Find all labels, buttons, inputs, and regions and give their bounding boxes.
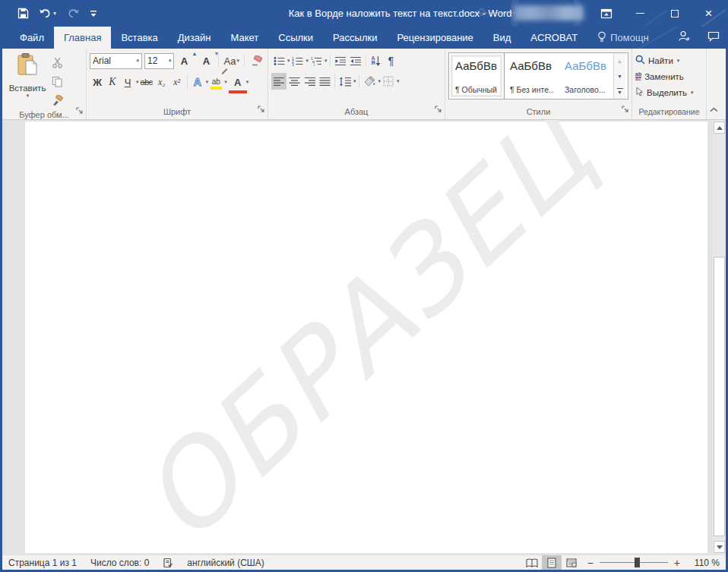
strikethrough-button[interactable]: abc <box>139 74 154 90</box>
vertical-scrollbar[interactable] <box>711 120 726 555</box>
sort-icon[interactable]: А Я <box>369 52 384 69</box>
print-layout-icon[interactable] <box>542 555 562 570</box>
italic-button[interactable]: К <box>105 74 120 90</box>
scroll-thumb[interactable] <box>714 257 725 536</box>
styles-scroll-down-icon[interactable]: ▼ <box>614 68 625 84</box>
align-right-icon[interactable] <box>302 73 317 90</box>
cut-icon[interactable] <box>49 54 65 71</box>
page-count[interactable]: Страница 1 из 1 <box>8 558 77 568</box>
numbering-icon[interactable]: 123 <box>290 52 305 69</box>
font-dialog-launcher-icon[interactable] <box>258 104 265 116</box>
find-dropdown-icon[interactable]: ▾ <box>677 58 680 64</box>
font-color-button[interactable]: А <box>230 74 245 90</box>
styles-more-icon[interactable]: ▼ <box>614 84 625 99</box>
style-card-heading[interactable]: АаБбВв Заголово... <box>559 53 613 99</box>
text-effects-button[interactable]: А <box>190 74 205 90</box>
underline-dropdown-icon[interactable]: ▾ <box>136 79 139 85</box>
minimize-button[interactable] <box>623 0 657 27</box>
bullets-dropdown-icon[interactable]: ▾ <box>287 58 290 64</box>
line-spacing-icon[interactable] <box>337 73 353 90</box>
word-count[interactable]: Число слов: 0 <box>90 558 149 568</box>
cursor-arrow-icon <box>635 87 644 98</box>
subscript-button[interactable]: x₂ <box>154 74 169 90</box>
paste-dropdown-icon[interactable]: ▾ <box>27 93 30 99</box>
undo-button[interactable]: ▾ <box>40 8 56 19</box>
grow-font-button[interactable]: A▲ <box>176 52 191 69</box>
font-color-dropdown-icon[interactable]: ▾ <box>246 79 249 85</box>
multilevel-list-icon[interactable]: 1ai <box>309 52 324 69</box>
tab-acrobat[interactable]: ACROBAT <box>521 27 587 49</box>
save-icon[interactable] <box>17 8 29 19</box>
zoom-slider-thumb[interactable] <box>635 558 640 567</box>
select-dropdown-icon[interactable]: ▾ <box>691 90 694 96</box>
language-status[interactable]: английский (США) <box>187 558 264 568</box>
zoom-level[interactable]: 110 % <box>686 558 720 568</box>
replace-button[interactable]: ab ac Заменить <box>635 68 703 84</box>
tab-view[interactable]: Вид <box>483 27 521 49</box>
bullets-icon[interactable] <box>271 52 286 69</box>
customize-qat-button[interactable] <box>90 10 97 17</box>
multilevel-dropdown-icon[interactable]: ▾ <box>324 58 328 64</box>
tab-insert[interactable]: Вставка <box>111 27 167 49</box>
undo-dropdown-icon[interactable]: ▾ <box>53 10 56 17</box>
comments-icon[interactable] <box>707 31 720 45</box>
underline-button[interactable]: Ч <box>120 74 135 90</box>
styles-dialog-launcher-icon[interactable] <box>622 104 629 116</box>
select-button[interactable]: Выделить ▾ <box>635 84 703 100</box>
clipboard-dialog-launcher-icon[interactable] <box>76 106 84 118</box>
borders-icon[interactable] <box>381 73 396 90</box>
shading-icon[interactable] <box>362 73 378 90</box>
tab-references[interactable]: Ссылки <box>268 27 323 49</box>
tab-mailings[interactable]: Рассылки <box>323 27 387 49</box>
ribbon-display-options-button[interactable] <box>589 0 623 27</box>
bold-button[interactable]: Ж <box>90 74 105 90</box>
copy-icon[interactable] <box>49 73 65 90</box>
proofing-status-icon[interactable] <box>163 558 173 568</box>
font-name-combo[interactable]: Arial ▾ <box>90 53 142 69</box>
collapse-ribbon-icon[interactable] <box>710 102 718 115</box>
find-button[interactable]: Найти ▾ <box>635 52 703 68</box>
read-mode-icon[interactable] <box>522 555 542 570</box>
highlight-dropdown-icon[interactable]: ▾ <box>224 79 227 85</box>
maximize-button[interactable] <box>657 0 692 27</box>
zoom-in-button[interactable]: + <box>668 557 686 569</box>
font-name-dropdown-icon[interactable]: ▾ <box>137 58 140 64</box>
tell-me-box[interactable]: Помощн <box>587 27 659 49</box>
tab-design[interactable]: Дизайн <box>168 27 221 49</box>
tab-home[interactable]: Главная <box>54 27 111 49</box>
paste-button[interactable]: Вставить ▾ <box>5 52 49 109</box>
align-left-icon[interactable] <box>271 73 286 90</box>
ribbon-tab-row: Файл Главная Вставка Дизайн Макет Ссылки… <box>2 27 726 49</box>
web-layout-icon[interactable] <box>562 555 581 570</box>
share-user-icon[interactable] <box>678 30 691 45</box>
shrink-font-button[interactable]: A▼ <box>198 52 214 69</box>
clear-formatting-icon[interactable] <box>249 52 264 69</box>
highlight-button[interactable]: ab <box>208 74 223 90</box>
line-spacing-dropdown-icon[interactable]: ▾ <box>353 78 356 84</box>
styles-scroll-up-icon[interactable]: ▲ <box>614 53 625 68</box>
tab-review[interactable]: Рецензирование <box>387 27 483 49</box>
justify-icon[interactable] <box>317 73 332 90</box>
change-case-button[interactable]: Aa▾ <box>223 52 239 69</box>
style-card-normal[interactable]: АаБбВв ¶ Обычный <box>449 53 504 99</box>
zoom-slider[interactable] <box>600 555 668 570</box>
zoom-out-button[interactable]: − <box>581 557 600 569</box>
superscript-button[interactable]: x² <box>169 74 185 90</box>
paragraph-dialog-launcher-icon[interactable] <box>435 104 442 116</box>
borders-dropdown-icon[interactable]: ▾ <box>397 78 400 84</box>
align-center-icon[interactable] <box>286 73 302 90</box>
format-painter-icon[interactable] <box>49 92 65 109</box>
style-card-no-spacing[interactable]: АаБбВв ¶ Без инте... <box>504 53 559 99</box>
document-page[interactable]: ОБРАЗЕЦ <box>25 122 707 553</box>
decrease-indent-icon[interactable] <box>333 52 348 69</box>
scroll-up-button[interactable] <box>714 122 725 134</box>
redo-button[interactable] <box>67 8 79 19</box>
close-button[interactable]: × <box>692 0 726 27</box>
font-size-dropdown-icon[interactable]: ▾ <box>169 58 172 64</box>
scroll-down-button[interactable] <box>714 541 725 553</box>
tab-layout[interactable]: Макет <box>220 27 268 49</box>
show-marks-button[interactable]: ¶ <box>384 52 399 69</box>
font-size-combo[interactable]: 12 ▾ <box>144 53 174 69</box>
tab-file[interactable]: Файл <box>10 27 54 49</box>
increase-indent-icon[interactable] <box>348 52 363 69</box>
